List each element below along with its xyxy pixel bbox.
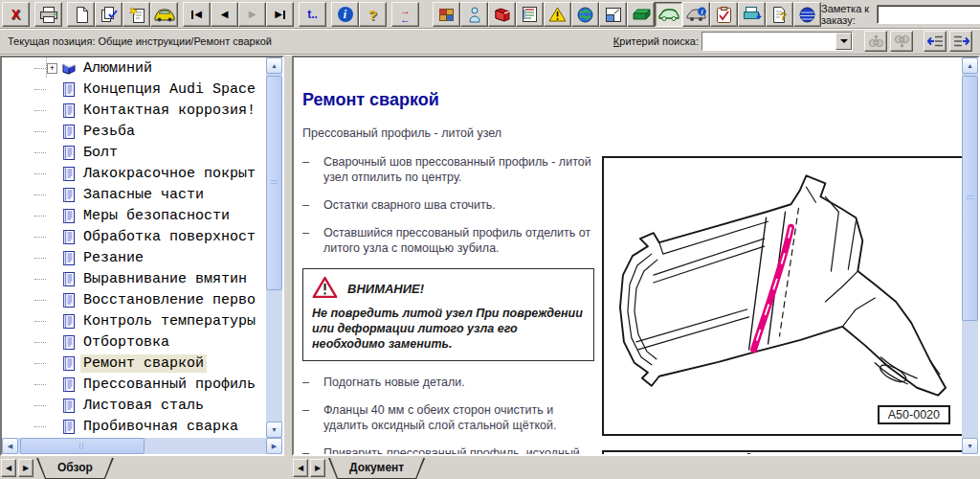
- document-title: Ремонт сваркой: [302, 90, 594, 110]
- tree-item[interactable]: Контактная коррозия!: [2, 100, 266, 121]
- checklist-button[interactable]: [710, 2, 738, 27]
- tab-scroll-left-button[interactable]: ◀: [1, 459, 16, 477]
- tree-item[interactable]: + Алюминий: [2, 57, 266, 79]
- tree-horizontal-scrollbar[interactable]: ◀ ▶: [2, 438, 282, 454]
- document-subtitle: Прессованый профиль - литой узел: [302, 126, 594, 140]
- document-icon: [60, 251, 77, 265]
- tree-item[interactable]: Восстановление перво: [2, 289, 266, 310]
- tree-item[interactable]: Контроль температуры: [2, 310, 266, 331]
- edit-doc-button[interactable]: [95, 2, 122, 27]
- tab-document[interactable]: Документ: [328, 458, 425, 479]
- vehicle-button[interactable]: [150, 2, 178, 27]
- expand-icon[interactable]: +: [47, 63, 57, 74]
- tree-item[interactable]: Запасные части: [2, 184, 266, 205]
- tree-item-label: Резание: [80, 249, 146, 267]
- tree-item-label: Восстановление перво: [80, 291, 258, 309]
- new-note-button[interactable]: [122, 2, 150, 27]
- scroll-thumb[interactable]: [962, 76, 978, 321]
- nav-next-button[interactable]: ▶: [238, 2, 266, 27]
- tab-overview[interactable]: Обзор: [36, 458, 114, 479]
- exit-button[interactable]: X: [2, 2, 30, 27]
- jump-prev-button[interactable]: [924, 31, 947, 52]
- warning-box: ВНИМАНИЕ! Не повредить литой узел При по…: [302, 268, 594, 361]
- tab-scroll-right-button[interactable]: ▶: [18, 459, 33, 477]
- order-note-input[interactable]: [877, 5, 980, 24]
- parcel-button[interactable]: [433, 2, 460, 27]
- document-icon: [60, 314, 77, 329]
- panel-splitter[interactable]: [284, 56, 292, 479]
- tree-item[interactable]: Концепция Audi Space: [2, 79, 266, 100]
- green-box-button[interactable]: [627, 2, 655, 27]
- tree-item-label: Контактная коррозия!: [80, 102, 258, 120]
- help-button[interactable]: ?: [359, 2, 387, 27]
- scroll-left-button[interactable]: ◀: [2, 438, 18, 454]
- tree-item-label: Контроль температуры: [80, 312, 258, 331]
- document-list-button[interactable]: [516, 2, 544, 27]
- green-car-button[interactable]: [655, 2, 682, 27]
- jump-next-button[interactable]: [949, 31, 972, 52]
- tree-view[interactable]: + Алюминий: [2, 57, 266, 438]
- svg-text:?: ?: [780, 11, 787, 22]
- nav-first-icon: ◀: [191, 10, 202, 19]
- search-criteria-combobox[interactable]: [702, 32, 853, 51]
- tree-item[interactable]: Пробивочная сварка: [2, 416, 266, 437]
- document-icon: [60, 82, 77, 97]
- bullet-list-after: – Подогнать новые детали. – Фланцы 40 мм…: [302, 375, 594, 433]
- nav-last-button[interactable]: ▶: [266, 2, 294, 27]
- tree-item[interactable]: Лакокрасочное покрыт: [2, 163, 266, 184]
- combo-dropdown-button[interactable]: [835, 33, 852, 50]
- document-icon: [60, 209, 77, 223]
- note-label: Заметка к заказу:: [821, 3, 871, 26]
- tree-item[interactable]: Резьба: [2, 121, 266, 142]
- tree-item[interactable]: Листовая сталь: [2, 395, 266, 416]
- tree-item-label: Концепция Audi Space: [80, 80, 258, 99]
- tree-item[interactable]: Меры безопасности: [2, 205, 266, 226]
- manual-button[interactable]: [488, 2, 516, 27]
- scroll-up-button[interactable]: ▲: [962, 57, 978, 74]
- tab-scroll-right-button[interactable]: ▶: [310, 459, 325, 477]
- nav-buttons-group: ◀ ◀ ▶ ▶: [183, 2, 294, 27]
- window-split-button[interactable]: [599, 2, 627, 27]
- scroll-thumb[interactable]: [266, 76, 282, 290]
- tree-item[interactable]: Ремонт сваркой: [2, 353, 266, 374]
- nav-last-icon: ▶: [275, 10, 285, 19]
- tree-item[interactable]: Болт: [2, 142, 266, 163]
- search-criteria-input[interactable]: [702, 33, 835, 50]
- manual-icon: [494, 8, 511, 22]
- tree-item[interactable]: Обработка поверхност: [2, 226, 266, 247]
- nav-prev-button[interactable]: ◀: [211, 2, 238, 27]
- tree-item[interactable]: Прессованный профиль: [2, 374, 266, 395]
- tree-item[interactable]: Отбортовка: [2, 331, 266, 353]
- scroll-up-button[interactable]: ▲: [266, 57, 282, 74]
- warning-button[interactable]: [544, 2, 571, 27]
- scroll-down-button[interactable]: ▼: [962, 438, 978, 454]
- print-button[interactable]: [34, 2, 62, 27]
- scroll-right-button[interactable]: ▶: [266, 438, 282, 454]
- document-view[interactable]: Ремонт сваркой Прессованый профиль - лит…: [294, 57, 962, 454]
- sphere-button[interactable]: [793, 2, 821, 27]
- tree-item[interactable]: Выравнивание вмятин: [2, 268, 266, 289]
- search-next-button[interactable]: [890, 31, 913, 52]
- car-info-button[interactable]: i: [682, 2, 710, 27]
- globe-button[interactable]: [571, 2, 599, 27]
- send-button[interactable]: [738, 2, 766, 27]
- tree-item[interactable]: Резание: [2, 247, 266, 268]
- tab-scroll-left-button[interactable]: ◀: [293, 459, 308, 477]
- new-doc-button[interactable]: [67, 2, 95, 27]
- sphere-icon: [799, 7, 815, 23]
- info-button[interactable]: i: [331, 2, 359, 27]
- bullet-item: – Остатки сварного шва сточить.: [302, 197, 594, 213]
- customer-button[interactable]: [460, 2, 488, 27]
- bullet-item: – Сварочный шов прессованный профиль - л…: [302, 154, 594, 185]
- scroll-thumb[interactable]: [20, 438, 145, 454]
- swap-button[interactable]: →←: [391, 2, 419, 27]
- document-vertical-scrollbar[interactable]: ▲ ▼: [962, 57, 978, 454]
- nav-first-button[interactable]: ◀: [183, 2, 211, 27]
- scroll-down-button[interactable]: ▼: [266, 422, 282, 438]
- t-button[interactable]: t..: [299, 2, 326, 27]
- doc-question-button[interactable]: ?: [766, 2, 793, 27]
- tree-item-label: Резьба: [80, 123, 138, 141]
- search-prev-button[interactable]: [864, 31, 887, 52]
- help-icon: ?: [368, 8, 377, 22]
- tree-vertical-scrollbar[interactable]: ▲ ▼: [266, 57, 282, 438]
